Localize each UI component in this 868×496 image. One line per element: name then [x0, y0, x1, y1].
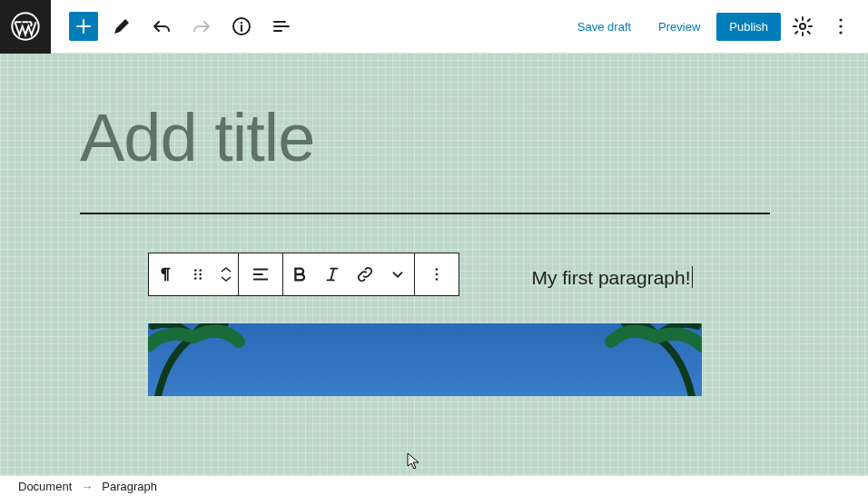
- redo-icon: [191, 15, 212, 37]
- more-vertical-icon: [830, 15, 852, 37]
- title-separator: [80, 213, 770, 214]
- info-icon: [231, 15, 252, 37]
- svg-point-4: [839, 18, 842, 21]
- align-left-icon: [251, 264, 271, 284]
- outline-button[interactable]: [265, 10, 298, 43]
- block-more-options-button[interactable]: [415, 253, 459, 295]
- breadcrumb-root[interactable]: Document: [18, 480, 72, 493]
- block-type-button[interactable]: [149, 253, 182, 295]
- align-button[interactable]: [239, 253, 282, 295]
- editor-canvas[interactable]: Add title: [0, 54, 868, 475]
- more-formatting-button[interactable]: [381, 253, 414, 295]
- more-vertical-icon: [427, 264, 447, 284]
- editor-topbar: Save draft Preview Publish: [0, 0, 868, 54]
- bold-button[interactable]: [283, 253, 316, 295]
- publish-button[interactable]: Publish: [716, 13, 781, 41]
- link-button[interactable]: [349, 253, 381, 295]
- settings-button[interactable]: [786, 10, 819, 43]
- text-caret: [692, 266, 693, 288]
- undo-icon: [151, 15, 173, 37]
- svg-point-8: [199, 269, 202, 272]
- breadcrumb: Document → Paragraph: [0, 475, 868, 496]
- move-buttons[interactable]: [214, 253, 238, 295]
- pencil-icon: [111, 15, 133, 37]
- preview-button[interactable]: Preview: [647, 13, 711, 41]
- svg-point-13: [436, 268, 439, 271]
- paragraph-block[interactable]: My first paragraph!: [531, 267, 692, 290]
- svg-point-7: [194, 269, 197, 272]
- info-button[interactable]: [225, 10, 258, 43]
- palm-decoration: [602, 323, 702, 396]
- more-options-button[interactable]: [824, 10, 857, 43]
- toolbar-left: [51, 10, 298, 43]
- drag-handle[interactable]: [182, 253, 214, 295]
- gear-icon: [792, 15, 814, 37]
- chevron-down-icon: [219, 274, 233, 283]
- block-toolbar: [148, 253, 459, 296]
- bold-icon: [290, 264, 310, 284]
- outline-icon: [271, 15, 292, 37]
- wordpress-logo[interactable]: [0, 0, 51, 54]
- italic-button[interactable]: [316, 253, 349, 295]
- toolbar-right: Save draft Preview Publish: [567, 10, 868, 43]
- paragraph-content: My first paragraph!: [531, 267, 690, 288]
- image-block[interactable]: [148, 323, 702, 396]
- chevron-down-icon: [388, 264, 408, 284]
- breadcrumb-separator: →: [81, 480, 93, 493]
- svg-point-12: [199, 277, 202, 280]
- link-icon: [355, 264, 375, 284]
- italic-icon: [322, 264, 342, 284]
- svg-point-5: [839, 25, 842, 27]
- save-draft-button[interactable]: Save draft: [567, 13, 642, 41]
- svg-point-11: [194, 277, 197, 280]
- post-title-input[interactable]: Add title: [80, 99, 788, 213]
- add-block-button[interactable]: [69, 12, 98, 41]
- drag-icon: [188, 264, 208, 284]
- wordpress-icon: [11, 12, 40, 41]
- breadcrumb-current[interactable]: Paragraph: [102, 480, 157, 493]
- redo-button[interactable]: [185, 10, 218, 43]
- undo-button[interactable]: [145, 10, 178, 43]
- svg-point-14: [436, 273, 439, 276]
- editor-content: Add title: [80, 99, 788, 396]
- plus-icon: [73, 15, 94, 37]
- svg-point-6: [839, 31, 842, 34]
- svg-point-9: [194, 273, 197, 276]
- paragraph-icon: [155, 264, 175, 284]
- svg-point-15: [436, 278, 439, 281]
- palm-decoration: [148, 323, 248, 396]
- svg-point-10: [199, 273, 202, 276]
- svg-point-3: [800, 24, 805, 29]
- edit-mode-button[interactable]: [105, 10, 138, 43]
- svg-point-2: [241, 22, 242, 24]
- chevron-up-icon: [219, 265, 233, 274]
